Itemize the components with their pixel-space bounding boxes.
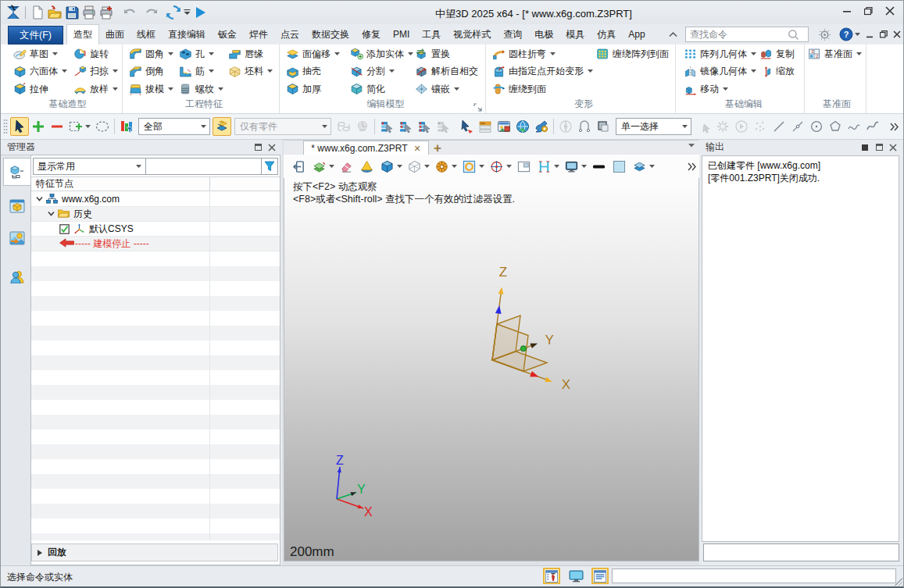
- viewport-3d[interactable]: 按下<F2> 动态观察 <F8>或者<Shift-roll> 查找下一个有效的过…: [284, 178, 699, 561]
- pick-cursor-icon[interactable]: [695, 117, 713, 136]
- manager-close-icon[interactable]: [265, 141, 279, 153]
- ribbon-button[interactable]: 加厚: [286, 80, 350, 98]
- menu-tab-App[interactable]: App: [622, 24, 651, 45]
- minimize-button[interactable]: [837, 2, 858, 20]
- frame-mode-icon[interactable]: [594, 117, 613, 136]
- print-plus-icon[interactable]: [98, 4, 115, 21]
- menu-tab-直接编辑[interactable]: 直接编辑: [162, 24, 212, 45]
- command-search-input[interactable]: [686, 29, 788, 40]
- curve-tool-icon[interactable]: [863, 117, 882, 136]
- exit-sketch-icon[interactable]: [290, 157, 307, 176]
- image-capture-icon[interactable]: [495, 117, 513, 136]
- chevron-down-icon[interactable]: [85, 125, 91, 129]
- part-shape-toggle[interactable]: [213, 117, 231, 136]
- toolbar-overflow-icon[interactable]: [890, 123, 899, 131]
- show-common-dropdown[interactable]: 显示常用: [33, 158, 146, 175]
- ribbon-button[interactable]: 缩放: [759, 63, 804, 81]
- section-h-icon[interactable]: [535, 157, 552, 176]
- print-icon[interactable]: [80, 4, 98, 21]
- qat-customize-icon[interactable]: [182, 4, 191, 21]
- tree-filter-input[interactable]: [146, 158, 263, 175]
- ribbon-button[interactable]: 圆柱折弯: [492, 45, 596, 63]
- shaded-cube-icon[interactable]: [378, 157, 395, 176]
- close-button[interactable]: [879, 2, 900, 20]
- tree-node[interactable]: 历史: [31, 207, 280, 222]
- part-only-dropdown[interactable]: 仅有零件: [234, 118, 331, 135]
- regen-icon[interactable]: [165, 4, 182, 21]
- ribbon-button[interactable]: 解析自相交: [415, 63, 484, 81]
- tree-expander-icon[interactable]: [36, 195, 44, 203]
- ribbon-button[interactable]: 由指定点开始变形: [492, 63, 596, 81]
- output-pin-icon[interactable]: [858, 141, 872, 153]
- play-preview-icon[interactable]: [732, 117, 751, 136]
- manager-tab-assembly-cube[interactable]: [3, 192, 30, 220]
- eraser-icon[interactable]: [338, 157, 355, 176]
- redo-icon[interactable]: [143, 4, 160, 21]
- ribbon-button[interactable]: 扫掠: [73, 63, 123, 81]
- background-color-icon[interactable]: [610, 157, 627, 176]
- output-command-input[interactable]: [703, 543, 899, 561]
- remove-selection-icon[interactable]: [48, 117, 66, 136]
- ribbon-button[interactable]: 坯料: [228, 63, 278, 81]
- ribbon-button[interactable]: 唇缘: [228, 45, 278, 63]
- menu-tab-修复[interactable]: 修复: [356, 24, 387, 45]
- polyline-tool-icon[interactable]: [788, 117, 807, 136]
- selection-mode-dropdown[interactable]: 单一选择: [616, 118, 691, 135]
- menu-tab-查询[interactable]: 查询: [497, 24, 528, 45]
- menu-tab-点云[interactable]: 点云: [274, 24, 306, 45]
- pick-gear-icon[interactable]: [713, 117, 732, 136]
- ribbon-button[interactable]: 分割: [350, 63, 415, 81]
- menu-tab-钣金[interactable]: 钣金: [212, 24, 243, 45]
- menu-tab-电极[interactable]: 电极: [528, 24, 559, 45]
- tool-settings-icon[interactable]: [532, 117, 551, 136]
- ribbon-button[interactable]: 缠绕阵列到面: [596, 45, 674, 63]
- tab-list-dropdown-icon[interactable]: [688, 144, 695, 148]
- output-restore-icon[interactable]: [872, 141, 886, 153]
- ribbon-button[interactable]: 六面体: [13, 63, 73, 81]
- filter-list-icon[interactable]: [117, 117, 136, 136]
- circle-tool-icon[interactable]: [807, 117, 826, 136]
- layers-icon[interactable]: [631, 157, 648, 176]
- ribbon-button[interactable]: 拉伸: [13, 80, 73, 98]
- ribbon-button[interactable]: 缠绕到面: [492, 80, 596, 98]
- ribbon-button[interactable]: 镜像几何体: [684, 63, 759, 81]
- tree-expander-icon[interactable]: [48, 210, 55, 218]
- add-selection-icon[interactable]: [29, 117, 48, 136]
- polygon-tool-icon[interactable]: [826, 117, 845, 136]
- dialog-launcher-icon[interactable]: [473, 103, 482, 112]
- file-menu-button[interactable]: 文件(F): [8, 26, 63, 45]
- wireframe-cube-icon[interactable]: [406, 157, 423, 176]
- cone-icon[interactable]: [358, 157, 375, 176]
- tree-node[interactable]: ----- 建模停止 -----: [31, 237, 280, 251]
- undo-icon[interactable]: [121, 4, 138, 21]
- ribbon-button[interactable]: 复制: [759, 45, 804, 63]
- filter-entity-4-icon[interactable]: [434, 117, 452, 136]
- document-tab[interactable]: * www.x6g.com.Z3PRT ✕: [303, 141, 429, 155]
- ribbon-button[interactable]: 阵列几何体: [684, 45, 759, 63]
- menu-tab-曲面[interactable]: 曲面: [99, 24, 130, 45]
- menu-tab-线框[interactable]: 线框: [130, 24, 162, 45]
- status-log-toggle[interactable]: [591, 568, 609, 584]
- point-cloud-icon[interactable]: [751, 117, 770, 136]
- lasso-select-icon[interactable]: [93, 117, 112, 136]
- menu-tab-造型[interactable]: 造型: [66, 24, 99, 45]
- ribbon-button[interactable]: 添加实体: [350, 45, 415, 63]
- ribbon-button[interactable]: 拔模: [129, 80, 179, 98]
- spline-tool-icon[interactable]: [845, 117, 863, 136]
- doc-minimize-icon[interactable]: [863, 27, 877, 41]
- select-tool[interactable]: [10, 117, 29, 136]
- ribbon-button[interactable]: 镶嵌: [415, 80, 484, 98]
- output-close-icon[interactable]: [886, 141, 900, 153]
- ribbon-button[interactable]: 移动: [684, 80, 759, 98]
- filter-entity-1-icon[interactable]: [377, 117, 396, 136]
- manager-tab-user-person[interactable]: [3, 262, 30, 290]
- curve-handle-icon[interactable]: [575, 117, 594, 136]
- help-dropdown-icon[interactable]: [855, 33, 860, 37]
- doc-close-icon[interactable]: [890, 27, 903, 41]
- menu-tab-焊件[interactable]: 焊件: [243, 24, 274, 45]
- menu-tab-数据交换[interactable]: 数据交换: [306, 24, 356, 45]
- status-monitor-icon[interactable]: [567, 568, 584, 584]
- filter-entity-3-icon[interactable]: [415, 117, 434, 136]
- wheel-icon[interactable]: [433, 157, 450, 176]
- ribbon-button[interactable]: 置换: [415, 45, 484, 63]
